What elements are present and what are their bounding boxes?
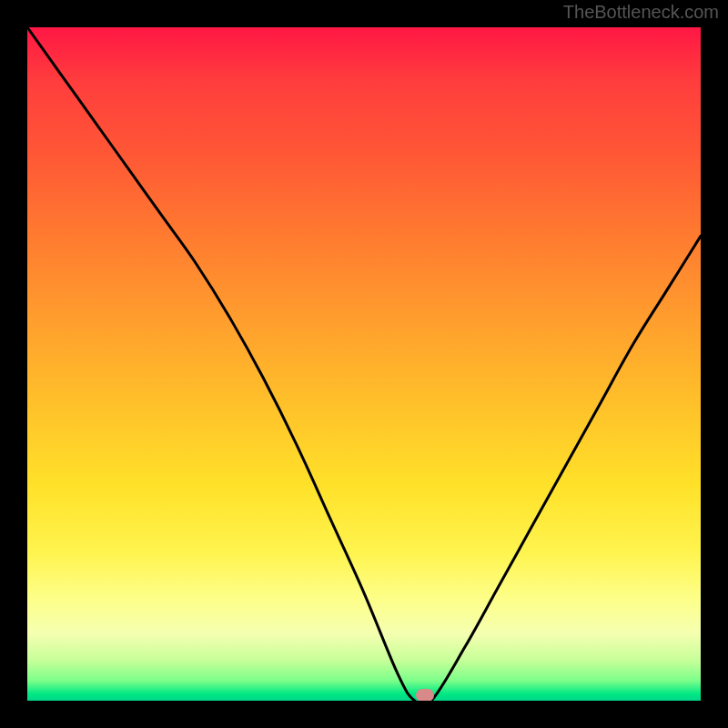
bottleneck-curve [27, 27, 701, 701]
curve-svg [27, 27, 701, 701]
chart-container: TheBottleneck.com [0, 0, 728, 728]
plot-area [27, 27, 701, 701]
attribution-text: TheBottleneck.com [563, 2, 719, 23]
optimal-marker [416, 689, 434, 701]
